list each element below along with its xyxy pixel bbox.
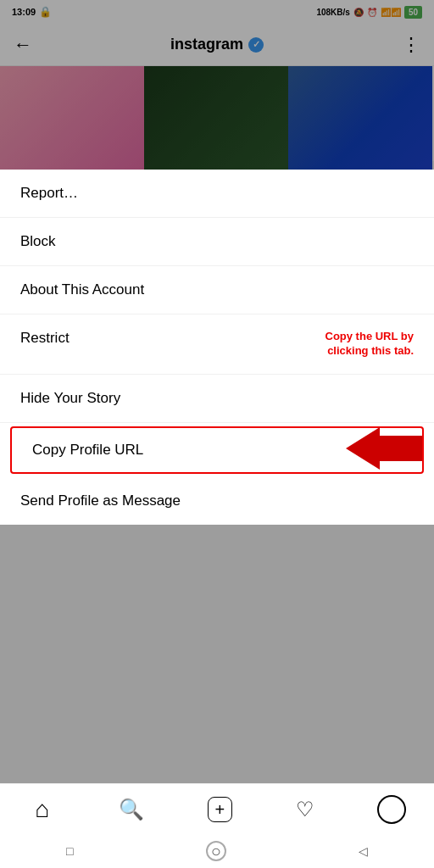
menu-item-hide-story[interactable]: Hide Your Story [0,375,434,423]
menu-item-block[interactable]: Block [0,218,434,266]
menu-item-copy-url-wrapper: Copy Profile URL [0,423,434,477]
menu-item-restrict[interactable]: Restrict Copy the URL by clicking this t… [0,314,434,375]
svg-marker-4 [346,427,422,470]
copy-url-annotation: Copy the URL by clicking this tab. [287,330,414,359]
android-home-button[interactable]: ○ [206,841,226,861]
red-arrow-icon [346,427,422,473]
android-recents-button[interactable]: □ [66,844,73,858]
menu-item-send-profile[interactable]: Send Profile as Message [0,477,434,525]
menu-item-about[interactable]: About This Account [0,266,434,314]
android-back-button[interactable]: ◁ [359,844,368,858]
bottom-navigation: ⌂ 🔍 + ♡ [0,783,434,834]
profile-button[interactable] [377,795,406,824]
search-button[interactable]: 🔍 [112,791,151,828]
home-button[interactable]: ⌂ [28,789,56,830]
create-post-button[interactable]: + [208,797,233,822]
notifications-button[interactable]: ♡ [289,791,321,828]
context-menu: Report… Block About This Account Restric… [0,170,434,525]
android-navigation: □ ○ ◁ [0,834,434,868]
menu-item-report[interactable]: Report… [0,170,434,218]
